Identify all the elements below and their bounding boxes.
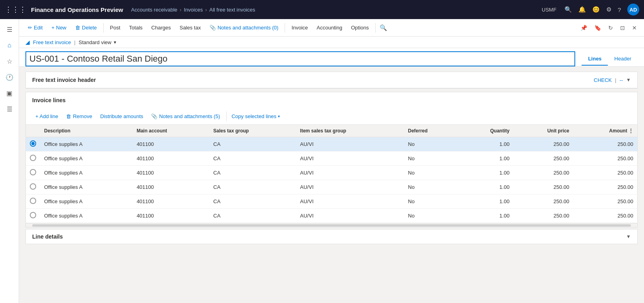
line-details-header[interactable]: Line details ▼: [26, 229, 637, 244]
new-icon: +: [51, 25, 54, 31]
notification-icon[interactable]: 🔔: [578, 6, 586, 13]
table-row[interactable]: Office supplies A 401100 CA AU/VI No 1.0…: [26, 137, 637, 152]
table-row[interactable]: Office supplies A 401100 CA AU/VI No 1.0…: [26, 194, 637, 209]
breadcrumb-invoices[interactable]: Invoices: [184, 7, 203, 13]
sidebar-recent[interactable]: 🕐: [2, 70, 17, 84]
header-collapse-icon[interactable]: ▼: [626, 77, 631, 83]
charges-button[interactable]: Charges: [147, 23, 175, 33]
accounting-button[interactable]: Accounting: [313, 23, 346, 33]
sidebar-hamburger[interactable]: ☰: [2, 22, 17, 37]
radio-btn[interactable]: [30, 183, 36, 190]
invoice-button[interactable]: Invoice: [287, 23, 312, 33]
table-row[interactable]: Office supplies A 401100 CA AU/VI No 1.0…: [26, 152, 637, 166]
refresh-button[interactable]: ↻: [606, 23, 615, 33]
table-row[interactable]: Office supplies A 401100 CA AU/VI No 1.0…: [26, 180, 637, 194]
radio-btn[interactable]: [30, 169, 36, 175]
add-line-button[interactable]: + Add line: [32, 111, 61, 121]
user-avatar[interactable]: AD: [627, 4, 639, 16]
row-item-sales-tax-group: AU/VI: [296, 137, 404, 152]
sidebar-favorites[interactable]: ☆: [2, 54, 17, 68]
options-button[interactable]: Options: [347, 23, 373, 33]
new-label: New: [56, 25, 66, 31]
edit-button[interactable]: ✏ Edit: [24, 23, 47, 33]
edit-label: Edit: [34, 25, 43, 31]
lines-section-title: Invoice lines: [32, 97, 66, 103]
row-radio-cell[interactable]: [26, 166, 40, 180]
filter-breadcrumb[interactable]: Free text invoice: [33, 39, 71, 45]
smiley-icon[interactable]: 😊: [592, 6, 600, 13]
search-icon[interactable]: 🔍: [564, 6, 572, 13]
tab-group: Lines Header: [582, 52, 638, 66]
breadcrumb-all-free-text[interactable]: All free text invoices: [209, 7, 255, 13]
tab-header[interactable]: Header: [608, 52, 638, 66]
action-sep-3: [375, 23, 376, 33]
view-selector[interactable]: Standard view ▼: [79, 39, 117, 45]
notes-button[interactable]: 📎 Notes and attachments (0): [206, 23, 282, 33]
row-radio-cell[interactable]: [26, 152, 40, 166]
delete-button[interactable]: 🗑 Delete: [71, 23, 101, 33]
row-amount: 250.00: [573, 180, 637, 194]
row-radio-cell[interactable]: [26, 194, 40, 209]
edit-icon: ✏: [28, 25, 32, 31]
view-chevron-icon: ▼: [113, 40, 117, 45]
settings-icon[interactable]: ⚙: [606, 6, 611, 13]
invoice-label: Invoice: [291, 25, 308, 31]
header-section-header[interactable]: Free text invoice header CHECK | -- ▼: [26, 72, 637, 88]
row-radio-cell[interactable]: [26, 137, 40, 152]
check-label[interactable]: CHECK: [594, 77, 612, 83]
app-grid-icon[interactable]: ⋮⋮⋮: [5, 5, 26, 14]
salestax-button[interactable]: Sales tax: [176, 23, 205, 33]
main-layout: ☰ ⌂ ☆ 🕐 ▣ ☰ ✏ Edit + New 🗑 Delete Post: [0, 19, 644, 303]
lines-table-scroll[interactable]: Description Main account Sales tax group…: [26, 125, 637, 223]
horizontal-scrollbar[interactable]: [32, 224, 631, 227]
row-unit-price: 250.00: [514, 209, 573, 223]
close-button[interactable]: ✕: [630, 23, 639, 33]
col-deferred: Deferred: [404, 125, 459, 137]
row-sales-tax-group: CA: [209, 194, 296, 209]
tab-lines[interactable]: Lines: [582, 52, 608, 66]
row-main-account: 401100: [133, 180, 209, 194]
distribute-button[interactable]: Distribute amounts: [97, 111, 146, 121]
copy-lines-button[interactable]: Copy selected lines ▾: [226, 111, 283, 121]
remove-button[interactable]: 🗑 Remove: [63, 111, 95, 121]
notes-attach-button[interactable]: 📎 Notes and attachments (5): [148, 111, 223, 121]
pin-button[interactable]: 📌: [578, 23, 590, 33]
radio-btn[interactable]: [30, 155, 36, 161]
table-row[interactable]: Office supplies A 401100 CA AU/VI No 1.0…: [26, 209, 637, 223]
sidebar-workspaces[interactable]: ▣: [2, 86, 17, 100]
restore-button[interactable]: ⊡: [618, 23, 627, 33]
radio-btn[interactable]: [30, 198, 36, 204]
title-section: Lines Header: [19, 48, 644, 67]
scroll-area: [26, 223, 637, 227]
lines-section: Invoice lines + Add line 🗑 Remove Distri…: [25, 92, 638, 227]
sidebar-list[interactable]: ☰: [2, 102, 17, 116]
row-radio-cell[interactable]: [26, 180, 40, 194]
row-description: Office supplies A: [40, 209, 133, 223]
table-row[interactable]: Office supplies A 401100 CA AU/VI No 1.0…: [26, 166, 637, 180]
row-deferred: No: [404, 137, 459, 152]
paperclip-icon: 📎: [209, 25, 216, 31]
line-details-collapse-icon[interactable]: ▼: [626, 234, 631, 239]
action-search-icon[interactable]: 🔍: [378, 23, 389, 33]
filter-icon[interactable]: ◢: [25, 39, 30, 45]
totals-label: Totals: [129, 25, 143, 31]
help-icon[interactable]: ?: [618, 6, 621, 13]
row-radio-cell[interactable]: [26, 209, 40, 223]
post-button[interactable]: Post: [106, 23, 124, 33]
invoice-title-input[interactable]: [25, 51, 575, 66]
breadcrumb: Accounts receivable › Invoices › All fre…: [131, 7, 255, 13]
breadcrumb-accounts-receivable[interactable]: Accounts receivable: [131, 7, 177, 13]
row-item-sales-tax-group: AU/VI: [296, 166, 404, 180]
new-button[interactable]: + New: [47, 23, 70, 33]
radio-btn[interactable]: [30, 140, 36, 147]
row-deferred: No: [404, 152, 459, 166]
top-nav-bar: ⋮⋮⋮ Finance and Operations Preview Accou…: [0, 0, 644, 19]
col-amount: Amount ⋮: [573, 125, 637, 137]
radio-btn[interactable]: [30, 212, 36, 218]
totals-button[interactable]: Totals: [125, 23, 147, 33]
bookmark-button[interactable]: 🔖: [592, 23, 603, 33]
sidebar-home[interactable]: ⌂: [2, 38, 17, 52]
row-amount: 250.00: [573, 152, 637, 166]
page-body: ◢ Free text invoice | Standard view ▼ Li…: [19, 37, 644, 303]
row-quantity: 1.00: [459, 166, 514, 180]
